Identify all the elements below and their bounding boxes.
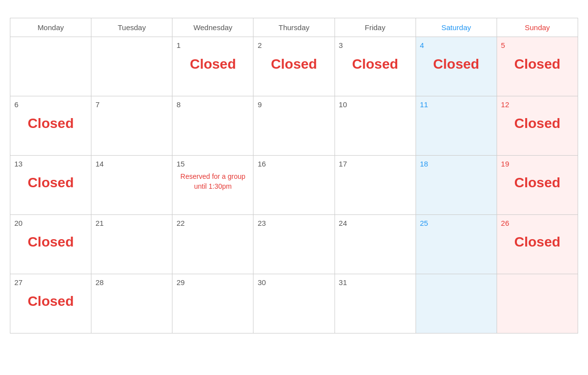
calendar-cell: 16 (253, 156, 335, 215)
closed-label: Closed (501, 234, 574, 250)
day-number: 24 (339, 219, 412, 227)
column-header-monday: Monday (10, 18, 91, 37)
day-number: 4 (420, 41, 493, 49)
closed-label: Closed (420, 56, 493, 72)
column-header-tuesday: Tuesday (91, 18, 172, 37)
day-number: 8 (176, 100, 249, 109)
day-number: 25 (420, 219, 493, 227)
day-number: 31 (339, 278, 412, 287)
calendar-wrapper: MondayTuesdayWednesdayThursdayFridaySatu… (10, 10, 578, 333)
calendar-cell: 19Closed (497, 156, 578, 215)
day-number: 10 (339, 100, 412, 109)
closed-label: Closed (176, 56, 249, 72)
day-number: 21 (95, 219, 168, 227)
calendar-cell: 7 (91, 96, 172, 156)
day-number: 2 (257, 41, 330, 49)
closed-label: Closed (339, 56, 412, 72)
calendar-cell: 1Closed (172, 37, 253, 96)
calendar-cell: 25 (416, 215, 497, 274)
day-number: 9 (257, 100, 330, 109)
day-number: 22 (176, 219, 249, 227)
calendar-cell: 15Reserved for a group until 1:30pm (172, 156, 253, 215)
closed-label: Closed (501, 116, 574, 131)
calendar-cell: 28 (91, 274, 172, 333)
calendar-cell: 6Closed (10, 96, 91, 156)
calendar-cell: 12Closed (497, 96, 578, 156)
day-number: 29 (176, 278, 249, 287)
calendar-cell (497, 274, 578, 333)
day-number: 3 (339, 41, 412, 49)
column-header-thursday: Thursday (253, 18, 335, 37)
calendar-cell: 5Closed (497, 37, 578, 96)
day-number: 1 (176, 41, 249, 49)
day-number: 28 (95, 278, 168, 287)
calendar-cell: 26Closed (497, 215, 578, 274)
day-number: 27 (14, 278, 87, 287)
calendar-table: MondayTuesdayWednesdayThursdayFridaySatu… (10, 18, 578, 333)
calendar-cell: 4Closed (416, 37, 497, 96)
calendar-cell: 11 (416, 96, 497, 156)
column-header-friday: Friday (335, 18, 416, 37)
column-header-saturday: Saturday (416, 18, 497, 37)
reserved-label: Reserved for a group until 1:30pm (176, 172, 249, 191)
day-number: 17 (339, 160, 412, 168)
calendar-cell: 29 (172, 274, 253, 333)
closed-label: Closed (14, 234, 87, 250)
calendar-cell: 13Closed (10, 156, 91, 215)
calendar-cell: 14 (91, 156, 172, 215)
calendar-cell: 27Closed (10, 274, 91, 333)
calendar-cell: 3Closed (335, 37, 416, 96)
day-number: 14 (95, 160, 168, 168)
calendar-cell: 8 (172, 96, 253, 156)
calendar-cell (10, 37, 91, 96)
day-number: 7 (95, 100, 168, 109)
day-number: 18 (420, 160, 493, 168)
day-number: 20 (14, 219, 87, 227)
closed-label: Closed (501, 175, 574, 191)
day-number: 6 (14, 100, 87, 109)
day-number: 12 (501, 100, 574, 109)
calendar-cell: 22 (172, 215, 253, 274)
day-number: 26 (501, 219, 574, 227)
day-number: 5 (501, 41, 574, 49)
calendar-cell: 2Closed (253, 37, 335, 96)
calendar-cell: 17 (335, 156, 416, 215)
calendar-cell: 9 (253, 96, 335, 156)
closed-label: Closed (14, 175, 87, 191)
day-number: 23 (257, 219, 330, 227)
calendar-cell: 20Closed (10, 215, 91, 274)
calendar-cell: 10 (335, 96, 416, 156)
closed-label: Closed (14, 293, 87, 309)
calendar-cell: 21 (91, 215, 172, 274)
calendar-cell: 24 (335, 215, 416, 274)
closed-label: Closed (14, 116, 87, 131)
calendar-cell: 30 (253, 274, 335, 333)
day-number: 30 (257, 278, 330, 287)
day-number: 13 (14, 160, 87, 168)
closed-label: Closed (501, 56, 574, 72)
day-number: 19 (501, 160, 574, 168)
calendar-cell: 31 (335, 274, 416, 333)
column-header-sunday: Sunday (497, 18, 578, 37)
calendar-cell (91, 37, 172, 96)
calendar-cell: 23 (253, 215, 335, 274)
day-number: 15 (176, 160, 249, 168)
calendar-cell: 18 (416, 156, 497, 215)
calendar-cell (416, 274, 497, 333)
closed-label: Closed (257, 56, 330, 72)
day-number: 11 (420, 100, 493, 109)
column-header-wednesday: Wednesday (172, 18, 253, 37)
day-number: 16 (257, 160, 330, 168)
